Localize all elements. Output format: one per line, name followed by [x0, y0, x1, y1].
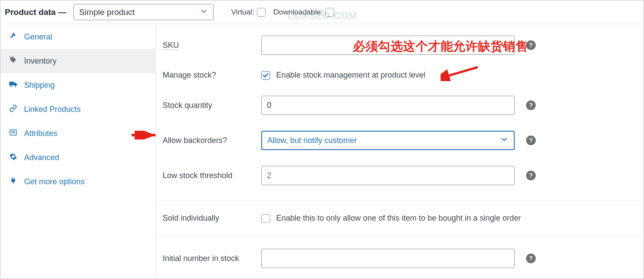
panel-title: Product data — — [5, 7, 68, 17]
tab-label: Shipping — [24, 81, 55, 90]
downloadable-checkbox[interactable] — [325, 8, 334, 17]
tab-advanced[interactable]: Advanced — [0, 146, 155, 170]
virtual-label: Virtual: — [231, 8, 254, 17]
gear-icon — [9, 153, 19, 163]
initial-number-in-stock-input[interactable] — [261, 249, 515, 268]
tab-label: Get more options — [24, 177, 85, 186]
product-data-panel: Product data — Simple product Virtual: D… — [0, 0, 644, 279]
row-sku: SKU ? — [156, 28, 644, 63]
tab-linked-products[interactable]: Linked Products — [0, 97, 155, 122]
allow-backorders-select[interactable]: Allow, but notify customer — [261, 131, 515, 150]
low-stock-threshold-input[interactable] — [261, 166, 515, 185]
help-icon[interactable]: ? — [526, 136, 536, 145]
stock-quantity-input[interactable] — [261, 96, 515, 115]
row-allow-backorders: Allow backorders? Allow, but notify cust… — [156, 123, 644, 158]
help-icon[interactable]: ? — [526, 254, 536, 263]
wrench-icon — [9, 32, 19, 42]
row-low-stock-threshold: Low stock threshold ? — [156, 158, 644, 201]
tab-get-more-options[interactable]: Get more options — [0, 170, 155, 194]
list-icon — [9, 129, 19, 139]
help-icon[interactable]: ? — [526, 100, 536, 110]
product-type-select[interactable]: Simple product — [73, 4, 213, 20]
virtual-option[interactable]: Virtual: — [231, 8, 266, 17]
tab-label: Inventory — [24, 57, 57, 66]
tab-general[interactable]: General — [0, 25, 155, 49]
virtual-checkbox[interactable] — [257, 8, 266, 17]
tag-icon — [9, 56, 19, 66]
chevron-down-icon — [501, 136, 508, 145]
allow-backorders-label: Allow backorders? — [163, 136, 261, 145]
truck-icon — [9, 80, 19, 90]
sku-input[interactable] — [261, 36, 515, 55]
manage-stock-checkbox[interactable] — [261, 71, 270, 80]
sold-individually-label: Sold individually — [163, 214, 261, 223]
downloadable-option[interactable]: Downloadable: — [274, 8, 334, 17]
row-initial-number-in-stock: Initial number in stock ? — [156, 238, 644, 276]
help-icon[interactable]: ? — [526, 171, 536, 180]
help-icon[interactable]: ? — [526, 40, 536, 50]
allow-backorders-value: Allow, but notify customer — [267, 136, 357, 145]
tab-inventory[interactable]: Inventory — [0, 49, 155, 73]
sold-individually-checkbox-label: Enable this to only allow one of this it… — [276, 214, 521, 223]
panel-header: Product data — Simple product Virtual: D… — [0, 0, 644, 24]
row-sold-individually: Sold individually Enable this to only al… — [156, 203, 644, 236]
sku-label: SKU — [163, 41, 261, 50]
panel-body: General Inventory Shipping Linked Produc… — [0, 24, 644, 276]
tab-label: Linked Products — [24, 105, 81, 114]
initial-number-in-stock-label: Initial number in stock — [163, 254, 261, 263]
tab-label: General — [24, 32, 52, 42]
tab-shipping[interactable]: Shipping — [0, 73, 155, 97]
link-icon — [9, 104, 19, 114]
product-type-options: Virtual: Downloadable: — [231, 8, 334, 17]
row-stock-quantity: Stock quantity ? — [156, 88, 644, 123]
inventory-form: SKU ? Manage stock? Enable stock managem… — [156, 24, 644, 276]
plug-icon — [9, 177, 19, 187]
sold-individually-checkbox[interactable] — [261, 214, 270, 223]
tab-attributes[interactable]: Attributes — [0, 122, 155, 146]
row-manage-stock: Manage stock? Enable stock management at… — [156, 63, 644, 88]
low-stock-threshold-label: Low stock threshold — [163, 171, 261, 180]
tab-label: Advanced — [24, 153, 59, 162]
downloadable-label: Downloadable: — [274, 8, 323, 17]
manage-stock-checkbox-label: Enable stock management at product level — [276, 71, 425, 80]
manage-stock-label: Manage stock? — [163, 71, 261, 80]
tab-label: Attributes — [24, 129, 57, 138]
product-type-select-wrap: Simple product — [73, 4, 213, 20]
product-data-tabs: General Inventory Shipping Linked Produc… — [0, 24, 156, 276]
stock-quantity-label: Stock quantity — [163, 101, 261, 110]
